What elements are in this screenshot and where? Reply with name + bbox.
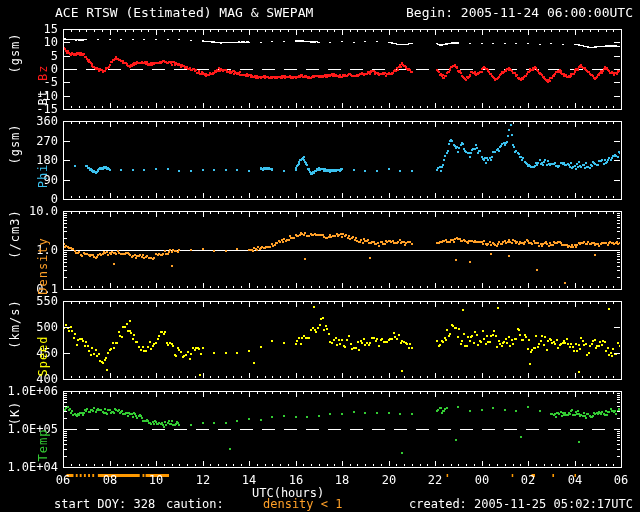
x-tick-label: 06	[50, 474, 76, 486]
y-axis-title: Speed	[36, 335, 50, 376]
created-timestamp: created: 2005-11-25 05:02:17UTC	[409, 498, 633, 510]
x-tick-label: 10	[143, 474, 169, 486]
y-axis-title-part: Speed	[36, 335, 50, 376]
caution-value: density < 1	[263, 498, 342, 510]
x-tick-label: 08	[97, 474, 123, 486]
y-axis-unit: (gsm)	[8, 123, 22, 164]
x-tick-label: 18	[329, 474, 355, 486]
y-axis-unit: (km/s)	[8, 299, 22, 348]
y-axis-title-part: Phi	[36, 164, 50, 189]
y-axis-title: Temp	[36, 429, 50, 462]
plot-canvas	[0, 0, 640, 512]
x-tick-label: 06	[608, 474, 634, 486]
y-axis-title-part: Density	[36, 237, 50, 295]
y-tick-label: 1.0E+04	[0, 461, 58, 473]
x-tick-label: 16	[283, 474, 309, 486]
caution-label: caution:	[166, 498, 224, 510]
x-tick-label: 20	[376, 474, 402, 486]
y-axis-title: Density	[36, 237, 50, 295]
y-axis-title-part: Bt	[36, 89, 50, 105]
y-axis-title: Bt Bz	[36, 64, 50, 105]
ace-rtsw-plot: ACE RTSW (Estimated) MAG & SWEPAM Begin:…	[0, 0, 640, 512]
y-tick-label: 1.0E+06	[0, 385, 58, 397]
x-tick-label: 22	[422, 474, 448, 486]
y-axis-title-part: Bz	[36, 64, 50, 89]
plot-title: ACE RTSW (Estimated) MAG & SWEPAM	[55, 5, 313, 20]
x-tick-label: 12	[190, 474, 216, 486]
x-tick-label: 04	[562, 474, 588, 486]
x-tick-label: 14	[236, 474, 262, 486]
y-axis-title: Phi	[36, 164, 50, 189]
x-tick-label: 00	[469, 474, 495, 486]
y-axis-title-part: Temp	[36, 429, 50, 462]
begin-timestamp: Begin: 2005-11-24 06:00:00UTC	[406, 5, 633, 20]
y-axis-unit: (/cm3)	[8, 209, 22, 258]
y-axis-unit: (gsm)	[8, 32, 22, 73]
y-axis-unit: (K)	[8, 401, 22, 426]
start-doy-label: start DOY: 328	[54, 498, 155, 510]
x-tick-label: 02	[515, 474, 541, 486]
